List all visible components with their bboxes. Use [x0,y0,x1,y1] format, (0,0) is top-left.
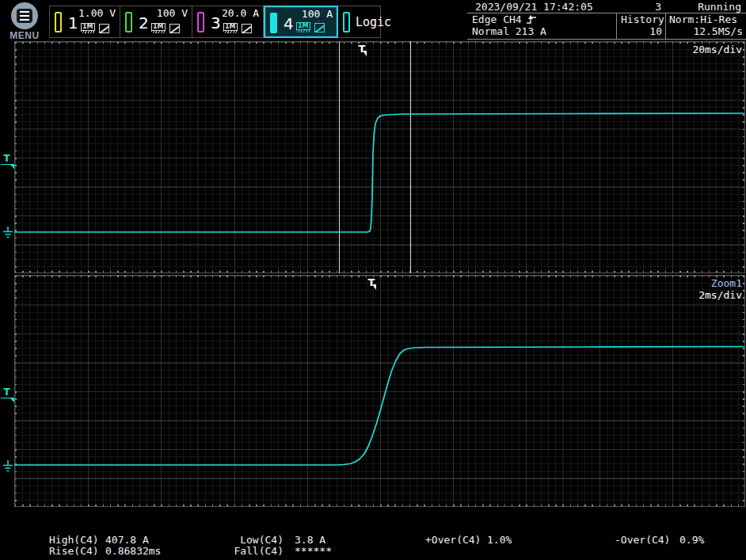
channel-1-color-indicator [55,12,62,32]
meas-fall-label: Fall(C4) [206,545,284,557]
trigger-position-marker-zoom[interactable]: T [367,276,376,288]
channel-1-number: 1 [68,13,78,32]
menu-label: MENU [6,30,43,41]
zoom-window-left-cursor[interactable] [339,41,340,273]
history-cell[interactable]: History 10 [616,13,665,39]
zoom-timebase-label: 2ms/div [698,289,742,301]
meas-low-value: 3.8 A [295,534,325,546]
trigger-mode-level: Normal 213 A [472,25,546,38]
meas-nover-label: -Over(C4) [615,534,670,546]
meas-rise-value: 0.86832ms [105,545,161,557]
channel-4-scale: 100 A [302,8,333,20]
channel-1-scale: 1.00 V [78,7,116,19]
ground-level-icon-zoom [2,460,13,473]
coupling-icon [242,24,252,33]
channel-2-scale: 100 V [157,7,188,19]
meas-fall-value: ****** [295,545,332,557]
channel-3-button[interactable]: 3 20.0 A 1M [192,6,264,38]
sample-rate: 12.5MS/s [693,25,743,38]
logic-label: Logic [356,15,391,29]
channel-2-number: 2 [139,13,149,32]
zoom-window-right-cursor[interactable] [410,41,411,273]
meas-pover-label: +Over(C4) [425,534,481,546]
coupling-icon [99,24,109,33]
meas-high-value: 407.8 A [105,534,149,546]
history-value: 10 [649,25,662,38]
history-label: History [621,13,664,26]
acquisition-cell[interactable]: Norm:Hi-Res 12.5MS/s [665,13,746,39]
meas-high-label: High(C4) [49,534,99,546]
hamburger-menu-icon [11,2,38,29]
impedance-1m-icon: 1M [81,23,95,31]
trigger-position-marker-main[interactable]: T [357,43,367,55]
main-timebase-label: 20ms/div [692,44,742,55]
datetime: 2023/09/21 17:42:05 [475,1,593,13]
trigger-level-marker-zoom[interactable]: T [1,387,13,398]
channel-2-color-indicator [125,12,132,32]
channel-4-button[interactable]: 4 100 A 1M [264,6,338,38]
coupling-icon [169,24,180,33]
impedance-1m-icon: 1M [151,23,166,31]
status-panel: 2023/09/21 17:42:05 3 Running Edge CH4 N… [467,0,746,40]
ground-level-icon-main [2,227,13,239]
main-graticule [14,41,745,273]
meas-pover-value: 1.0% [487,534,512,546]
run-status: Running [698,1,741,13]
channel-3-scale: 20.0 A [222,7,259,19]
channel-2-button[interactable]: 2 100 V 1M [120,6,192,38]
impedance-1m-icon: 1M [223,23,238,31]
channel-4-number: 4 [284,14,294,33]
channel-3-number: 3 [211,13,221,32]
meas-nover-value: 0.9% [679,534,704,546]
acq-mode: Norm:Hi-Res [669,13,737,26]
coupling-icon [314,23,325,32]
trigger-type-source: Edge CH4 [472,13,522,25]
meas-low-label: Low(C4) [206,534,284,546]
logic-button[interactable]: Logic [338,6,381,38]
oscilloscope-screen: MENU 1 1.00 V 1M 2 100 V 1M 3 20.0 A [0,0,746,560]
channel-4-color-indicator [270,13,277,33]
meas-rise-label: Rise(C4) [49,545,99,557]
trigger-settings-cell[interactable]: Edge CH4 Normal 213 A [467,13,616,39]
impedance-1m-icon: 1M [296,22,310,30]
channel-3-color-indicator [197,12,204,32]
acquisition-count: 3 [655,1,661,13]
trigger-level-marker-main[interactable]: T [1,154,13,165]
channel-1-button[interactable]: 1 1.00 V 1M [49,6,120,38]
channel-bar: 1 1.00 V 1M 2 100 V 1M 3 20.0 A 1M [49,6,381,38]
logic-color-indicator [343,12,350,32]
zoom1-label: Zoom1 [711,277,742,289]
zoom-graticule [14,275,745,507]
menu-button[interactable]: MENU [6,2,43,41]
rising-edge-icon [526,14,538,25]
